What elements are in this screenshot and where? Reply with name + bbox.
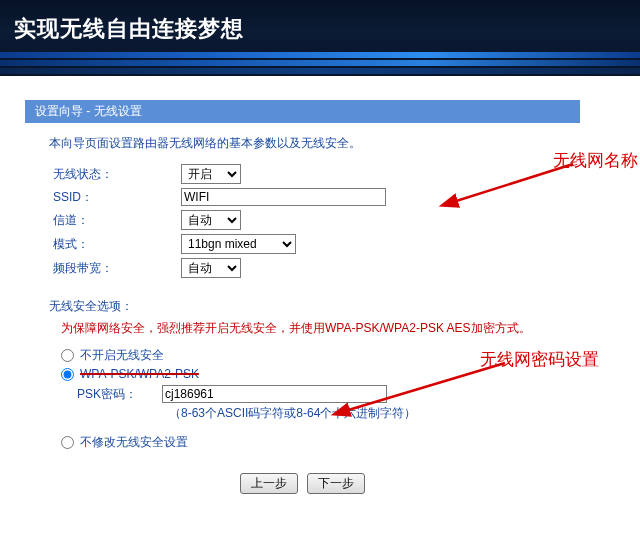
- ssid-input[interactable]: [181, 188, 386, 206]
- prev-button[interactable]: 上一步: [240, 473, 298, 494]
- next-button[interactable]: 下一步: [307, 473, 365, 494]
- psk-hint: （8-63个ASCII码字符或8-64个十六进制字符）: [169, 405, 556, 422]
- radio-keep[interactable]: [61, 436, 74, 449]
- radio-none[interactable]: [61, 349, 74, 362]
- radio-wpa-label: WPA-PSK/WPA2-PSK: [80, 367, 199, 381]
- nav-button-row: 上一步 下一步: [49, 473, 556, 494]
- radio-none-label: 不开启无线安全: [80, 347, 164, 364]
- bandwidth-select[interactable]: 自动: [181, 258, 241, 278]
- security-option-wpa[interactable]: WPA-PSK/WPA2-PSK: [61, 367, 556, 381]
- security-option-none[interactable]: 不开启无线安全: [61, 347, 556, 364]
- panel-title: 设置向导 - 无线设置: [25, 100, 580, 123]
- security-title: 无线安全选项：: [49, 298, 556, 315]
- banner-slogan: 实现无线自由连接梦想: [14, 14, 244, 44]
- wireless-status-select[interactable]: 开启: [181, 164, 241, 184]
- banner-stripes: [0, 48, 640, 76]
- psk-label: PSK密码：: [77, 386, 162, 403]
- mode-label: 模式：: [49, 232, 177, 256]
- basic-settings-table: 无线状态： 开启 SSID： 信道： 自动: [49, 162, 556, 280]
- app-banner: 实现无线自由连接梦想: [0, 0, 640, 76]
- bandwidth-label: 频段带宽：: [49, 256, 177, 280]
- radio-keep-label: 不修改无线安全设置: [80, 434, 188, 451]
- wireless-status-label: 无线状态：: [49, 162, 177, 186]
- psk-row: PSK密码：: [77, 385, 556, 403]
- panel-intro: 本向导页面设置路由器无线网络的基本参数以及无线安全。: [49, 135, 556, 152]
- security-option-keep[interactable]: 不修改无线安全设置: [61, 434, 556, 451]
- psk-input[interactable]: [162, 385, 387, 403]
- ssid-label: SSID：: [49, 186, 177, 208]
- channel-label: 信道：: [49, 208, 177, 232]
- wizard-panel: 设置向导 - 无线设置 本向导页面设置路由器无线网络的基本参数以及无线安全。 无…: [25, 100, 580, 506]
- security-warning: 为保障网络安全，强烈推荐开启无线安全，并使用WPA-PSK/WPA2-PSK A…: [61, 319, 556, 337]
- channel-select[interactable]: 自动: [181, 210, 241, 230]
- radio-wpa[interactable]: [61, 368, 74, 381]
- mode-select[interactable]: 11bgn mixed: [181, 234, 296, 254]
